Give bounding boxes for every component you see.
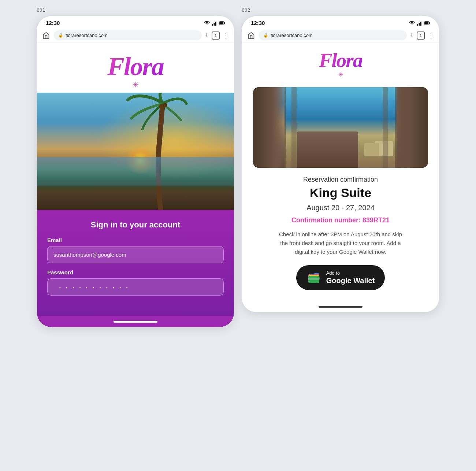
email-label: Email	[47, 237, 224, 243]
reservation-label: Reservation comfirmation	[303, 176, 378, 183]
time-2: 12:30	[251, 20, 265, 26]
checkin-text: Check in online after 3PM on August 20th…	[278, 230, 403, 256]
reservation-body: Reservation comfirmation King Suite Augu…	[242, 80, 439, 301]
flora-logo-1: Flora	[107, 54, 163, 79]
menu-button-1[interactable]: ⋮	[223, 31, 230, 40]
password-field[interactable]: • • • • • • • • • • •	[47, 278, 224, 296]
password-label: Password	[47, 269, 224, 275]
logo-asterisk-2: ✳	[338, 71, 343, 78]
svg-rect-19	[308, 278, 319, 280]
menu-button-2[interactable]: ⋮	[428, 31, 435, 40]
logo-section-2: Flora ✳	[242, 43, 439, 80]
browser-actions-1: + 1 ⋮	[205, 31, 230, 40]
home-button-1[interactable]	[41, 31, 51, 40]
status-icons-1	[204, 20, 225, 26]
url-text-1: floraresortcabo.com	[66, 33, 108, 38]
home-indicator-1	[37, 316, 234, 327]
svg-rect-14	[425, 22, 429, 24]
wallet-add-to: Add to	[326, 270, 375, 276]
status-icons-2	[409, 20, 430, 26]
email-field[interactable]: susanthompson@google.com	[47, 246, 224, 263]
svg-rect-1	[214, 23, 215, 26]
home-icon	[42, 32, 50, 39]
svg-point-8	[163, 103, 167, 107]
hero-image-1	[37, 93, 234, 210]
home-button-2[interactable]	[246, 31, 256, 40]
password-dots: • • • • • • • • • • •	[53, 279, 135, 296]
signal-icon-2	[417, 20, 423, 26]
svg-rect-6	[220, 22, 224, 24]
screen2-number: 002	[242, 7, 250, 13]
room-name: King Suite	[310, 186, 371, 200]
url-bar-2[interactable]: 🔒 floraresortcabo.com	[259, 30, 407, 40]
battery-icon-2	[424, 20, 430, 26]
home-bar-1	[114, 321, 157, 323]
svg-rect-9	[417, 24, 418, 26]
home-indicator-2	[242, 301, 439, 312]
lock-icon-2: 🔒	[263, 33, 268, 38]
wallet-icon	[306, 270, 321, 285]
svg-rect-5	[224, 22, 225, 24]
phone2-content: Flora ✳	[242, 43, 439, 312]
browser-bar-1: 🔒 floraresortcabo.com + 1 ⋮	[37, 28, 234, 43]
tab-count-1[interactable]: 1	[212, 31, 220, 40]
home-bar-2	[319, 306, 362, 308]
new-tab-button-1[interactable]: +	[205, 31, 209, 39]
status-bar-2: 12:30	[242, 16, 439, 28]
svg-rect-3	[217, 21, 217, 26]
signin-section: Sign in to your account Email susanthomp…	[37, 210, 234, 316]
screen1-wrapper: 001 12:30	[37, 7, 234, 327]
home-icon-2	[248, 32, 255, 39]
signin-title: Sign in to your account	[47, 220, 224, 230]
dates: August 20 - 27, 2024	[306, 204, 375, 212]
status-bar-1: 12:30	[37, 16, 234, 28]
screen2-wrapper: 002 12:30	[242, 7, 439, 312]
confirmation-number: Confirmation number: 839RT21	[291, 216, 390, 224]
svg-rect-11	[420, 22, 421, 26]
wifi-icon	[204, 20, 210, 26]
battery-icon	[219, 20, 225, 26]
new-tab-button-2[interactable]: +	[410, 31, 414, 39]
url-bar-1[interactable]: 🔒 floraresortcabo.com	[54, 30, 202, 40]
svg-rect-13	[429, 22, 430, 24]
logo-section-1: Flora ✳	[37, 43, 234, 93]
email-value: susanthompson@google.com	[53, 252, 126, 258]
time-1: 12:30	[46, 20, 60, 26]
phone1: 12:30	[37, 16, 234, 327]
wifi-icon-2	[409, 20, 415, 26]
wallet-name: Google Wallet	[326, 276, 375, 285]
room-image	[253, 87, 428, 168]
phone1-content: Flora ✳	[37, 43, 234, 327]
flora-logo-2: Flora	[319, 50, 362, 70]
google-wallet-button[interactable]: Add to Google Wallet	[296, 265, 385, 290]
svg-rect-2	[215, 22, 216, 26]
google-wallet-icon-svg	[307, 271, 321, 285]
phone2: 12:30	[242, 16, 439, 312]
lock-icon: 🔒	[58, 33, 63, 38]
tab-count-2[interactable]: 1	[417, 31, 425, 40]
browser-bar-2: 🔒 floraresortcabo.com + 1 ⋮	[242, 28, 439, 43]
url-text-2: floraresortcabo.com	[271, 33, 313, 38]
browser-actions-2: + 1 ⋮	[410, 31, 435, 40]
wallet-text: Add to Google Wallet	[326, 270, 375, 285]
svg-rect-0	[212, 24, 213, 26]
logo-asterisk-1: ✳	[133, 80, 139, 89]
screen1-number: 001	[37, 7, 45, 13]
svg-rect-10	[419, 23, 420, 26]
signal-icon	[212, 20, 217, 26]
